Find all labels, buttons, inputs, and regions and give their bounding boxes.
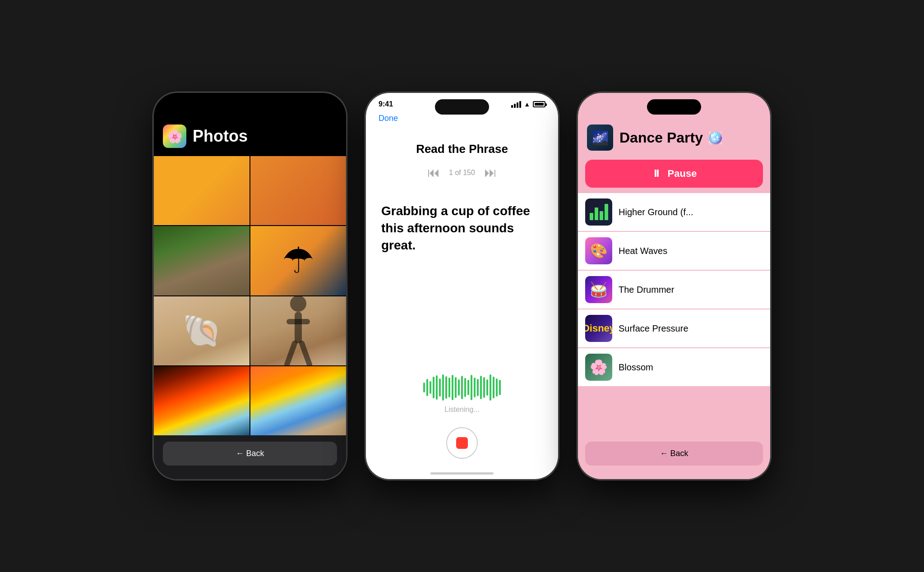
playlist-thumbnail: [587, 125, 613, 151]
waveform-bar: [448, 378, 450, 397]
back-button[interactable]: ← Back: [163, 442, 337, 466]
waveform-bar: [477, 379, 479, 396]
next-button[interactable]: ⏭: [484, 165, 497, 180]
song-thumbnail: 🥁: [585, 276, 612, 303]
waveform-bar: [439, 378, 441, 397]
waveform-bar: [423, 383, 425, 392]
photos-screen: 🌸 Photos ☂ 🐚: [154, 93, 346, 479]
power-button[interactable]: [346, 163, 347, 206]
record-stop-icon: [456, 437, 468, 449]
phrase-area: Grabbing a cup of coffee this afternoon …: [366, 189, 558, 374]
song-item[interactable]: 🎨 Heat Waves: [578, 232, 770, 270]
volume-down-button[interactable]: [577, 201, 578, 231]
waveform-bar: [493, 377, 494, 398]
waveform-bar: [483, 377, 485, 398]
waveform-bar: [455, 377, 457, 398]
battery-icon: [533, 101, 545, 107]
photo-cell[interactable]: [154, 366, 249, 435]
pause-icon: ⏸: [651, 168, 661, 180]
home-indicator: [430, 472, 494, 475]
waveform-bar: [430, 381, 431, 394]
waveform-bar: [474, 378, 476, 397]
nav-controls: ⏮ 1 of 150 ⏭: [366, 165, 558, 189]
waveform-bar: [445, 376, 447, 399]
song-title: Higher Ground (f...: [619, 207, 693, 217]
svg-rect-1: [295, 312, 302, 343]
pause-label: Pause: [668, 168, 697, 180]
photo-cell[interactable]: [154, 156, 249, 225]
waveform-bar: [496, 378, 498, 397]
song-item[interactable]: 🥁 The Drummer: [578, 271, 770, 309]
photo-grid: ☂ 🐚: [154, 156, 346, 435]
playlist-title: Dance Party 🪩: [619, 129, 723, 146]
dynamic-island: [223, 99, 277, 115]
waveform-bar: [436, 375, 438, 400]
phrase-text: Grabbing a cup of coffee this afternoon …: [381, 203, 543, 254]
waveform-bar: [471, 375, 472, 400]
song-title: Surface Pressure: [619, 323, 688, 334]
waveform-bar: [467, 380, 469, 395]
svg-line-4: [302, 343, 310, 364]
pause-button[interactable]: ⏸ Pause: [585, 160, 763, 188]
song-thumbnail: [585, 198, 612, 226]
song-title: Heat Waves: [619, 246, 667, 256]
wifi-icon: ▲: [524, 101, 530, 108]
waveform-bar: [433, 377, 434, 398]
disco-emoji: 🪩: [707, 130, 723, 145]
waveform-bar: [499, 380, 501, 395]
back-button[interactable]: ← Back: [585, 442, 763, 466]
song-thumbnail: 🎨: [585, 237, 612, 264]
record-area: [366, 423, 558, 472]
photo-cell[interactable]: [250, 156, 346, 225]
photo-cell[interactable]: ☂: [250, 226, 346, 295]
waveform-bar: [464, 378, 466, 397]
svg-line-3: [287, 343, 295, 364]
waveform-bar: [442, 374, 444, 401]
prev-button[interactable]: ⏮: [427, 165, 440, 180]
song-item[interactable]: 🌸 Blossom: [578, 348, 770, 386]
mute-button[interactable]: [577, 147, 578, 163]
waveform-bar: [461, 376, 463, 399]
power-button[interactable]: [770, 163, 771, 206]
power-button[interactable]: [558, 163, 559, 206]
waveform-bar: [426, 379, 428, 396]
photo-cell[interactable]: [154, 226, 249, 295]
song-item[interactable]: Higher Ground (f...: [578, 193, 770, 231]
photos-title: Photos: [193, 127, 248, 146]
svg-point-0: [290, 296, 306, 312]
waveform-bar: [490, 374, 491, 401]
speech-screen: 9:41 ▲ Done Read the Phrase ⏮ 1 of 150 ⏭: [366, 93, 558, 479]
status-time: 9:41: [379, 100, 393, 108]
music-screen: Dance Party 🪩 ⏸ Pause Higher Ground: [578, 93, 770, 479]
read-phrase-title: Read the Phrase: [366, 129, 558, 165]
nav-counter: 1 of 150: [449, 169, 475, 177]
signal-icon: [511, 101, 521, 108]
back-bar: ← Back: [578, 437, 770, 479]
dynamic-island: [647, 99, 701, 115]
dynamic-island: [435, 99, 489, 115]
status-icons: ▲: [511, 101, 545, 108]
volume-up-button[interactable]: [577, 167, 578, 197]
photos-app-icon: 🌸: [163, 125, 186, 148]
photo-cell[interactable]: 🐚: [154, 296, 249, 365]
waveform-bar: [486, 379, 488, 396]
photo-cell[interactable]: [250, 366, 346, 435]
waveform-area: Listening...: [366, 374, 558, 423]
phone-music: Dance Party 🪩 ⏸ Pause Higher Ground: [577, 92, 771, 480]
waveform-bar: [458, 379, 460, 396]
song-list: Higher Ground (f... 🎨 Heat Waves 🥁 The D…: [578, 193, 770, 437]
song-title: Blossom: [619, 362, 653, 373]
song-thumbnail: 🌸: [585, 354, 612, 381]
listening-status: Listening...: [444, 406, 479, 414]
photo-cell[interactable]: [250, 296, 346, 365]
back-bar: ← Back: [154, 435, 346, 479]
waveform-bar: [452, 375, 453, 400]
audio-waveform: [423, 374, 501, 401]
song-title: The Drummer: [619, 285, 674, 295]
record-button[interactable]: [446, 427, 478, 459]
phone-speech: 9:41 ▲ Done Read the Phrase ⏮ 1 of 150 ⏭: [365, 92, 559, 480]
phone-photos: 🌸 Photos ☂ 🐚: [153, 92, 347, 480]
equalizer-icon: [585, 198, 612, 226]
waveform-bar: [480, 376, 482, 399]
song-item[interactable]: Disney Surface Pressure: [578, 309, 770, 347]
